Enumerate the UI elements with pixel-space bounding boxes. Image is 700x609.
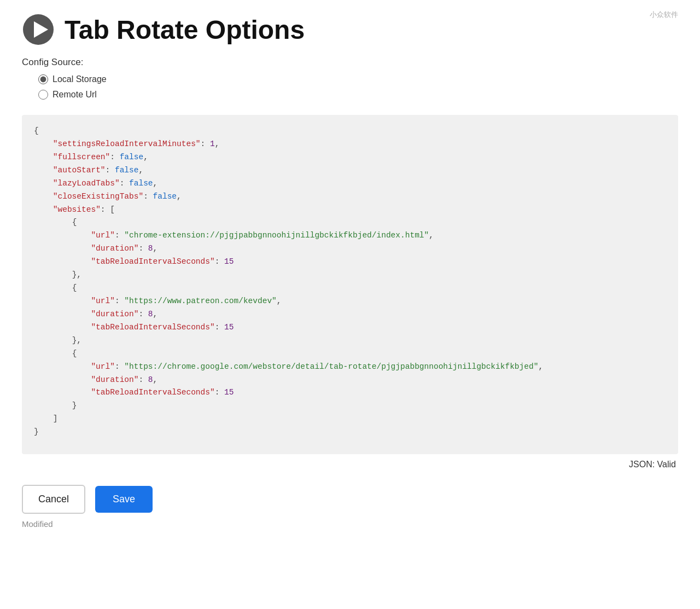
local-storage-radio[interactable]: [38, 74, 48, 84]
play-icon: [22, 13, 55, 46]
remote-url-label: Remote Url: [52, 90, 97, 100]
page-title: Tab Rotate Options: [65, 15, 305, 45]
remote-url-radio[interactable]: [38, 90, 48, 100]
json-status: JSON: Valid: [22, 460, 678, 469]
remote-url-option[interactable]: Remote Url: [38, 90, 678, 100]
config-source-label: Config Source:: [22, 57, 678, 68]
cancel-button[interactable]: Cancel: [22, 485, 85, 514]
json-editor-container: { "settingsReloadIntervalMinutes": 1, "f…: [22, 115, 678, 454]
watermark: 小众软件: [650, 10, 678, 20]
page-header: Tab Rotate Options: [22, 13, 678, 46]
json-pre[interactable]: { "settingsReloadIntervalMinutes": 1, "f…: [34, 125, 666, 439]
save-button[interactable]: Save: [95, 486, 153, 513]
button-row: Cancel Save: [22, 485, 678, 514]
config-source-group: Local Storage Remote Url: [38, 74, 678, 100]
local-storage-label: Local Storage: [52, 74, 107, 84]
local-storage-option[interactable]: Local Storage: [38, 74, 678, 84]
modified-label: Modified: [22, 519, 678, 529]
